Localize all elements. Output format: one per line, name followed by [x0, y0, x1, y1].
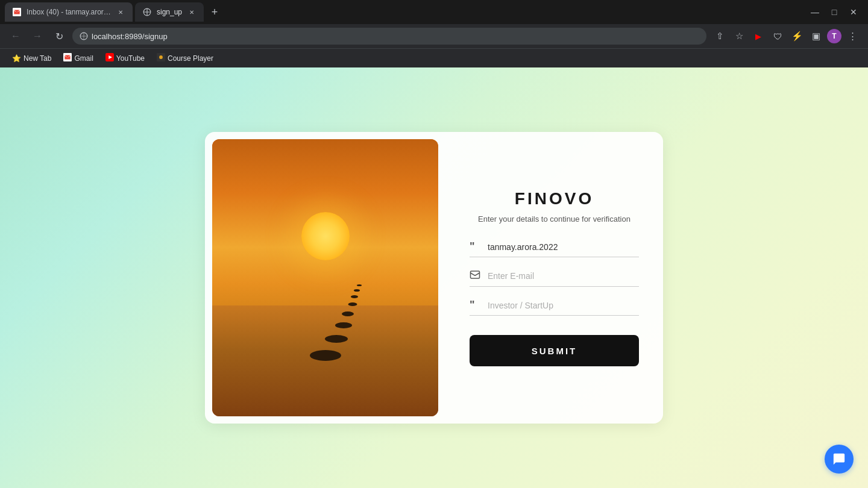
card-image-visual [212, 139, 438, 416]
stone-4 [342, 311, 354, 316]
chat-icon [832, 452, 846, 466]
window-controls: — □ ✕ [810, 7, 863, 17]
course-bookmark-icon [157, 53, 165, 63]
bookmarks-bar: ⭐ New Tab Gmail YouTube Course Player [0, 48, 868, 67]
bookmark-gmail-label: Gmail [74, 54, 93, 63]
bookmark-star-button[interactable]: ☆ [731, 28, 747, 45]
bookmark-gmail[interactable]: Gmail [58, 51, 98, 66]
stone-8 [357, 284, 362, 286]
water-layer [212, 305, 438, 416]
tab-bar: Inbox (40) - tanmay.arora.2022@ ✕ sign_u… [0, 0, 868, 24]
address-bar[interactable]: localhost:8989/signup [72, 28, 706, 45]
new-tab-icon: ⭐ [12, 54, 21, 63]
bookmark-youtube-label: YouTube [116, 54, 145, 63]
window-close[interactable]: ✕ [849, 7, 858, 17]
role-input[interactable] [488, 299, 639, 311]
sidebar-button[interactable]: ▣ [808, 28, 825, 45]
role-field-container: " [470, 299, 639, 316]
card-image [212, 139, 438, 416]
card-form: FINOVO Enter your details to continue fo… [445, 132, 663, 424]
sun [301, 212, 350, 260]
stone-3 [335, 322, 352, 328]
email-input[interactable] [488, 270, 639, 282]
menu-button[interactable]: ⋮ [844, 28, 861, 45]
stone-1 [310, 350, 341, 361]
tab-gmail-close[interactable]: ✕ [116, 7, 125, 17]
bookmark-course-player[interactable]: Course Player [152, 51, 218, 66]
tab-gmail-label: Inbox (40) - tanmay.arora.2022@ [27, 8, 111, 16]
bookmark-course-label: Course Player [168, 54, 213, 63]
nav-icons: ⇧ ☆ ▶ 🛡 ⚡ ▣ T ⋮ [711, 28, 861, 45]
back-button[interactable]: ← [7, 28, 24, 45]
navigation-bar: ← → ↻ localhost:8989/signup ⇧ ☆ ▶ 🛡 ⚡ ▣ … [0, 24, 868, 48]
window-maximize[interactable]: □ [829, 7, 839, 17]
tab-signup[interactable]: sign_up ✕ [135, 2, 204, 22]
gmail-favicon [12, 7, 22, 17]
stone-2 [325, 335, 348, 343]
bookmark-new-tab-label: New Tab [24, 54, 51, 63]
bookmark-new-tab[interactable]: ⭐ New Tab [7, 52, 56, 65]
address-url: localhost:8989/signup [92, 32, 699, 41]
tab-signup-label: sign_up [157, 8, 182, 16]
username-input[interactable] [488, 241, 639, 253]
chat-button[interactable] [825, 445, 854, 474]
forward-button[interactable]: → [29, 28, 46, 45]
stone-7 [354, 289, 360, 292]
form-subtitle: Enter your details to continue for verif… [470, 214, 639, 224]
signup-card: FINOVO Enter your details to continue fo… [205, 132, 663, 424]
signup-favicon [142, 7, 152, 17]
username-icon: " [470, 240, 482, 253]
tab-gmail[interactable]: Inbox (40) - tanmay.arora.2022@ ✕ [5, 2, 133, 22]
submit-button[interactable]: SUBMIT [470, 335, 639, 366]
new-tab-button[interactable]: + [206, 4, 223, 20]
role-icon: " [470, 299, 482, 311]
gmail-bookmark-icon [63, 53, 72, 63]
page-content: FINOVO Enter your details to continue fo… [0, 67, 868, 488]
stone-5 [348, 302, 357, 306]
email-field-container [470, 269, 639, 287]
username-field-container: " [470, 240, 639, 257]
svg-point-7 [159, 55, 163, 59]
window-minimize[interactable]: — [810, 7, 820, 17]
email-icon [470, 269, 482, 283]
youtube-nav-button[interactable]: ▶ [750, 28, 767, 45]
browser-chrome: Inbox (40) - tanmay.arora.2022@ ✕ sign_u… [0, 0, 868, 67]
extensions-button[interactable]: ⚡ [788, 28, 805, 45]
stone-6 [351, 295, 358, 298]
form-title: FINOVO [470, 189, 639, 208]
reload-button[interactable]: ↻ [51, 28, 68, 45]
youtube-bookmark-icon [105, 53, 114, 63]
share-button[interactable]: ⇧ [711, 28, 728, 45]
bookmark-youtube[interactable]: YouTube [101, 51, 149, 66]
profile-avatar[interactable]: T [827, 29, 841, 43]
shield-button[interactable]: 🛡 [769, 28, 786, 45]
svg-rect-8 [471, 271, 480, 278]
lock-icon [80, 32, 88, 40]
tab-signup-close[interactable]: ✕ [187, 7, 197, 17]
